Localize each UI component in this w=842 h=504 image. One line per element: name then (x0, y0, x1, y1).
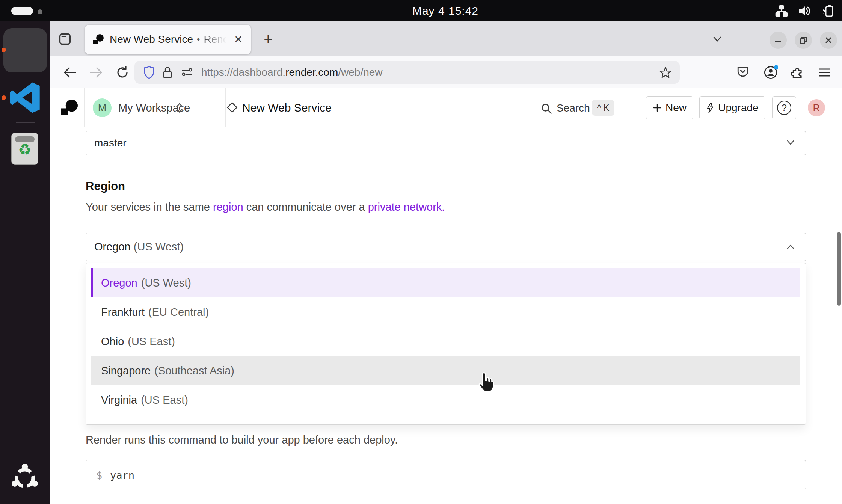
tab-close-icon[interactable]: ✕ (234, 35, 243, 45)
option-secondary: (US East) (128, 335, 175, 348)
render-dashboard: M My Workspace New Web Service Search ^ (50, 88, 842, 504)
region-select-secondary: (US West) (134, 241, 184, 253)
user-initial: R (813, 102, 820, 114)
new-tab-button[interactable]: + (259, 30, 278, 48)
workspace-avatar: M (93, 98, 112, 117)
branch-select[interactable]: master (86, 131, 806, 155)
network-icon (775, 5, 788, 17)
account-icon[interactable] (761, 63, 781, 82)
new-button[interactable]: New (646, 96, 693, 119)
region-dropdown-list: Oregon (US West) Frankfurt (EU Central) … (86, 263, 806, 425)
option-oregon[interactable]: Oregon (US West) (91, 268, 800, 297)
dock: ♻ (0, 21, 50, 504)
system-top-bar: May 4 15:42 (0, 0, 842, 21)
option-singapore[interactable]: Singapore (Southeast Asia) (91, 356, 800, 385)
help-label: ? (782, 103, 787, 113)
region-heading: Region (86, 180, 125, 193)
workspace-initial: M (98, 102, 107, 114)
header-divider (84, 88, 85, 127)
recycle-glyph: ♻ (11, 141, 38, 158)
search-label[interactable]: Search (557, 102, 590, 114)
app-header: M My Workspace New Web Service Search ^ (50, 88, 842, 127)
volume-icon (798, 5, 811, 17)
build-command-description: Render runs this command to build your a… (86, 434, 398, 446)
firefox-running-dot (2, 48, 6, 52)
navigation-bar: https://dashboard.render.com/web/new (50, 56, 842, 88)
lock-icon[interactable] (162, 66, 173, 79)
activities-pill[interactable] (11, 7, 33, 15)
build-command-input[interactable]: $ yarn (86, 460, 806, 489)
vscode-icon[interactable] (9, 81, 41, 114)
menu-hamburger-icon[interactable] (815, 63, 835, 82)
workspace-switcher-chevrons-icon[interactable] (175, 102, 184, 114)
url-text[interactable]: https://dashboard.render.com/web/new (201, 66, 383, 78)
option-primary: Ohio (91, 335, 124, 348)
battery-charging-icon (822, 5, 835, 17)
system-clock[interactable]: May 4 15:42 (394, 0, 496, 21)
chevron-down-icon (785, 139, 796, 146)
tracking-shield-icon[interactable] (143, 66, 155, 79)
extensions-icon[interactable] (788, 63, 808, 82)
help-button[interactable]: ? (772, 96, 796, 119)
render-logo-icon[interactable] (61, 100, 78, 116)
build-command-value: yarn (110, 469, 134, 481)
firefox-icon[interactable] (9, 34, 41, 65)
plus-icon (653, 103, 662, 112)
user-avatar[interactable]: R (808, 99, 825, 116)
option-primary: Oregon (93, 277, 137, 289)
region-link[interactable]: region (213, 201, 243, 213)
description-text: Your services in the same (86, 201, 213, 213)
pocket-icon[interactable] (733, 63, 753, 82)
option-frankfurt[interactable]: Frankfurt (EU Central) (91, 297, 800, 327)
upgrade-button[interactable]: Upgrade (699, 96, 765, 119)
tab-title-separator: • (197, 34, 200, 45)
reload-button[interactable] (113, 63, 132, 82)
page-title: New Web Service (242, 101, 332, 114)
url-bar[interactable]: https://dashboard.render.com/web/new (134, 61, 680, 84)
region-select-primary: Oregon (94, 241, 131, 253)
region-description: Your services in the same region can com… (86, 201, 445, 213)
system-tray[interactable] (775, 0, 835, 21)
permissions-icon[interactable] (181, 68, 193, 77)
dock-divider (16, 122, 35, 123)
bookmark-star-icon[interactable] (659, 66, 671, 78)
url-domain: render.com (285, 66, 338, 78)
private-network-link[interactable]: private network. (368, 201, 445, 213)
window-restore-button[interactable] (795, 32, 812, 49)
prompt-symbol: $ (96, 469, 102, 481)
chevron-up-icon (785, 243, 796, 250)
back-button[interactable] (60, 63, 79, 82)
tab-title: New Web Service (110, 33, 193, 45)
region-select-value: Oregon (US West) (94, 241, 184, 253)
render-favicon (93, 34, 104, 45)
region-select[interactable]: Oregon (US West) (86, 233, 806, 261)
bolt-icon (706, 103, 714, 113)
question-mark-icon: ? (777, 101, 791, 115)
url-prefix: https://dashboard. (201, 66, 285, 78)
tab-bar: New Web Service • Rend ✕ + (50, 21, 842, 56)
browser-window: New Web Service • Rend ✕ + (50, 21, 842, 504)
branch-select-value: master (94, 137, 127, 149)
description-text: can communicate over a (243, 201, 368, 213)
tab-list-chevron-icon[interactable] (711, 35, 724, 44)
tab-title-overflow: Rend (204, 33, 229, 45)
new-button-label: New (665, 102, 687, 114)
ubuntu-logo-icon[interactable] (11, 464, 39, 492)
search-icon[interactable] (541, 103, 552, 114)
url-path: /web/new (338, 66, 382, 78)
option-secondary: (US East) (141, 394, 188, 406)
option-ohio[interactable]: Ohio (US East) (91, 327, 800, 356)
vscode-running-dot (2, 95, 6, 100)
option-secondary: (EU Central) (148, 306, 209, 318)
page-scrollbar-thumb[interactable] (837, 232, 841, 306)
firefox-view-icon[interactable] (58, 32, 72, 46)
option-virginia[interactable]: Virginia (US East) (91, 385, 800, 415)
active-tab[interactable]: New Web Service • Rend ✕ (85, 25, 251, 54)
upgrade-button-label: Upgrade (718, 102, 758, 114)
workspace-indicator-dot (38, 9, 42, 14)
diamond-icon (226, 102, 238, 113)
window-minimize-button[interactable] (770, 32, 787, 49)
window-close-button[interactable] (820, 32, 837, 49)
forward-button[interactable] (87, 63, 106, 82)
search-shortcut-badge: ^ K (592, 100, 614, 116)
